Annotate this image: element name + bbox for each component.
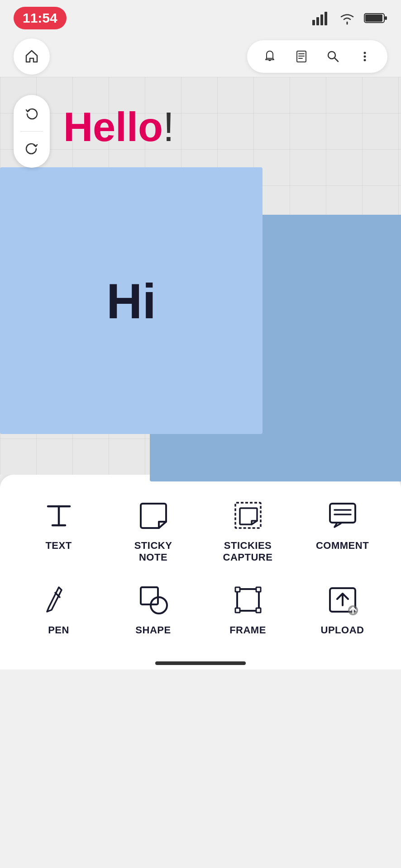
upload-overlay	[348, 605, 358, 615]
svg-point-14	[364, 56, 366, 58]
svg-rect-26	[237, 589, 259, 611]
bottom-toolbar: TEXT STICKYNOTE	[0, 475, 401, 654]
sticky-note[interactable]: Hi	[0, 167, 263, 434]
toolbar-item-pen[interactable]: PEN	[14, 577, 104, 641]
upload-tool-icon	[325, 582, 361, 618]
shape-tool-icon	[135, 582, 172, 618]
svg-rect-3	[325, 12, 327, 25]
more-icon	[358, 49, 372, 64]
frame-tool-icon	[230, 582, 266, 618]
svg-rect-2	[320, 14, 323, 25]
signal-icon	[312, 11, 330, 25]
more-button[interactable]	[351, 43, 378, 70]
top-nav	[0, 36, 401, 77]
home-button[interactable]	[14, 38, 50, 75]
svg-rect-1	[316, 17, 319, 25]
text-tool-icon	[41, 497, 77, 533]
text-tool-label: TEXT	[45, 540, 72, 552]
status-bar: 11:54	[0, 0, 401, 36]
svg-point-13	[364, 52, 366, 54]
undo-redo-divider	[20, 131, 43, 132]
redo-icon	[25, 142, 38, 156]
toolbar-item-upload[interactable]: UPLOAD	[297, 577, 387, 641]
shape-tool-label: SHAPE	[135, 624, 171, 636]
search-icon	[326, 49, 340, 64]
battery-icon	[364, 12, 387, 24]
svg-rect-27	[235, 587, 240, 592]
undo-icon	[25, 107, 38, 121]
pen-tool-icon	[41, 582, 77, 618]
svg-line-12	[334, 58, 338, 61]
toolbar-item-shape[interactable]: SHAPE	[108, 577, 198, 641]
nav-right-toolbar	[247, 40, 387, 73]
hello-exclaim: !	[163, 104, 174, 150]
undo-button[interactable]	[18, 100, 45, 127]
svg-rect-6	[385, 16, 387, 20]
canvas-area[interactable]: Hello! Hi	[0, 77, 401, 475]
svg-rect-0	[312, 20, 315, 25]
bell-icon	[263, 49, 277, 64]
status-time: 11:54	[14, 7, 67, 29]
home-icon	[24, 48, 40, 65]
search-button[interactable]	[320, 43, 347, 70]
svg-rect-30	[256, 608, 261, 613]
toolbar-item-comment[interactable]: COMMENT	[297, 493, 387, 568]
undo-redo-panel	[14, 95, 50, 168]
frame-tool-label: FRAME	[229, 624, 266, 636]
sticky-note-tool-label: STICKYNOTE	[134, 540, 172, 564]
toolbar-item-stickies-capture[interactable]: STICKIESCAPTURE	[203, 493, 293, 568]
redo-button[interactable]	[18, 135, 45, 162]
toolbar-grid: TEXT STICKYNOTE	[14, 493, 387, 641]
toolbar-item-frame[interactable]: FRAME	[203, 577, 293, 641]
comment-tool-label: COMMENT	[316, 540, 369, 552]
toolbar-item-sticky-note[interactable]: STICKYNOTE	[108, 493, 198, 568]
document-icon	[294, 49, 309, 64]
svg-rect-20	[330, 504, 355, 523]
stickies-capture-tool-icon	[230, 497, 266, 533]
sticky-note-tool-icon	[135, 497, 172, 533]
home-indicator-bar	[155, 661, 246, 665]
toolbar-item-text[interactable]: TEXT	[14, 493, 104, 568]
pen-tool-label: PEN	[48, 624, 69, 636]
notification-button[interactable]	[256, 43, 283, 70]
status-icons	[312, 11, 387, 25]
document-button[interactable]	[288, 43, 315, 70]
svg-rect-24	[141, 587, 158, 604]
comment-tool-icon	[325, 497, 361, 533]
wifi-icon	[339, 11, 356, 25]
svg-rect-28	[256, 587, 261, 592]
hello-text: Hello!	[63, 104, 174, 151]
svg-rect-5	[365, 14, 382, 22]
home-indicator	[0, 654, 401, 670]
hello-word: Hello	[63, 104, 163, 150]
svg-point-15	[364, 59, 366, 61]
stickies-capture-tool-label: STICKIESCAPTURE	[223, 540, 273, 564]
sticky-note-content: Hi	[106, 272, 156, 330]
svg-rect-29	[235, 608, 240, 613]
